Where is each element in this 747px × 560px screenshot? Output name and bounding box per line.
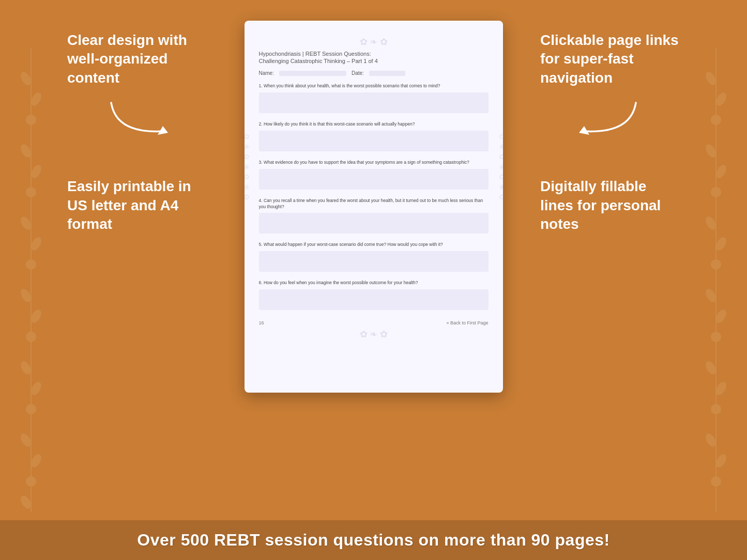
q1-body: When you think about your health, what i… — [264, 83, 440, 88]
q3-number: 3. — [259, 160, 264, 165]
question-2-text: 2. How likely do you think it is that th… — [259, 121, 489, 128]
q6-answer-box[interactable] — [259, 289, 489, 310]
question-5: 5. What would happen if your worst-case … — [259, 242, 489, 272]
q5-body: What would happen if your worst-case sce… — [264, 242, 443, 247]
question-5-text: 5. What would happen if your worst-case … — [259, 242, 489, 248]
bottom-banner: Over 500 REBT session questions on more … — [0, 520, 747, 560]
doc-date-label: Date: — [352, 70, 364, 76]
q3-body: What evidence do you have to support the… — [264, 160, 469, 165]
doc-back-link[interactable]: « Back to First Page — [446, 320, 488, 325]
right-column: Clickable page links for super-fast navi… — [540, 21, 680, 234]
q4-number: 4. — [259, 198, 264, 203]
svg-marker-39 — [158, 126, 168, 135]
bottom-banner-text: Over 500 REBT session questions on more … — [137, 531, 609, 549]
doc-name-row: Name: Date: — [259, 70, 489, 76]
q6-body: How do you feel when you imagine the wor… — [264, 280, 418, 285]
document-card: ✿ ❧ ✿ Hypochondriasis | REBT Session Que… — [245, 21, 503, 393]
doc-name-label: Name: — [259, 70, 274, 76]
question-1-text: 1. When you think about your health, wha… — [259, 83, 489, 89]
right-top-feature-text: Clickable page links for super-fast navi… — [540, 31, 680, 87]
arrow-down-right-1 — [106, 98, 168, 141]
q5-number: 5. — [259, 242, 264, 247]
doc-date-field[interactable] — [369, 71, 405, 76]
question-6: 6. How do you feel when you imagine the … — [259, 280, 489, 310]
q2-answer-box[interactable] — [259, 131, 489, 151]
doc-page-number: 16 — [259, 320, 264, 325]
question-6-text: 6. How do you feel when you imagine the … — [259, 280, 489, 286]
q2-number: 2. — [259, 121, 264, 127]
doc-side-floral-right: ✿ ❀ ✿ ❀ ✿ ❀ ✿ — [497, 132, 506, 201]
arrow-down-left-1 — [579, 98, 641, 141]
question-3-text: 3. What evidence do you have to support … — [259, 160, 489, 166]
left-bottom-feature-text: Easily printable in US letter and A4 for… — [67, 177, 207, 234]
question-4-text: 4. Can you recall a time when you feared… — [259, 198, 489, 210]
doc-side-floral-left: ✿ ❀ ✿ ❀ ✿ ❀ ✿ — [242, 132, 250, 201]
q1-number: 1. — [259, 83, 264, 88]
svg-marker-40 — [579, 126, 589, 135]
right-bottom-feature-text: Digitally fillable lines for personal no… — [540, 177, 680, 234]
left-column: Clear design with well-organized content… — [67, 21, 207, 234]
doc-floral-top: ✿ ❧ ✿ — [259, 36, 489, 48]
doc-footer: 16 « Back to First Page — [259, 318, 489, 325]
q4-body: Can you recall a time when you feared th… — [259, 198, 483, 209]
doc-name-field[interactable] — [279, 71, 346, 76]
left-top-feature-text: Clear design with well-organized content — [67, 31, 207, 87]
question-4: 4. Can you recall a time when you feared… — [259, 198, 489, 234]
q5-answer-box[interactable] — [259, 251, 489, 272]
doc-title-line1: Hypochondriasis | REBT Session Questions… — [259, 51, 489, 57]
q1-answer-box[interactable] — [259, 92, 489, 113]
q4-answer-box[interactable] — [259, 213, 489, 234]
question-3: 3. What evidence do you have to support … — [259, 160, 489, 190]
question-1: 1. When you think about your health, wha… — [259, 83, 489, 113]
q3-answer-box[interactable] — [259, 169, 489, 190]
question-2: 2. How likely do you think it is that th… — [259, 121, 489, 151]
doc-floral-bottom: ✿ ❧ ✿ — [259, 329, 489, 340]
q6-number: 6. — [259, 280, 264, 285]
doc-title-line2: Challenging Catastrophic Thinking – Part… — [259, 58, 489, 64]
q2-body: How likely do you think it is that this … — [264, 121, 415, 127]
